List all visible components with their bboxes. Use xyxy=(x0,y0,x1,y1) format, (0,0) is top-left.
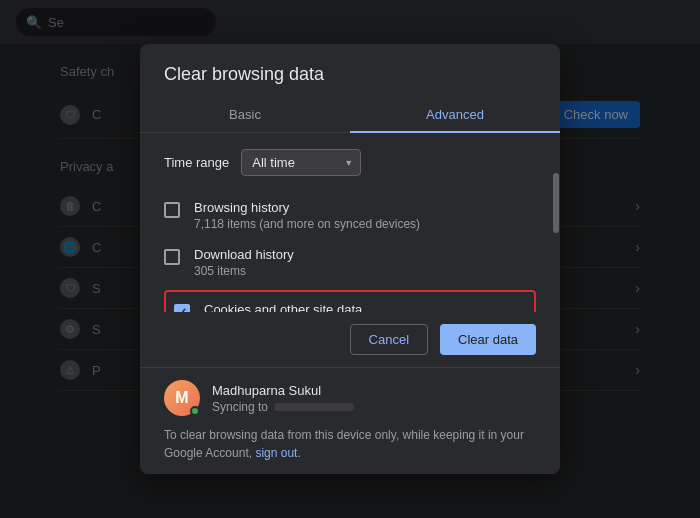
user-name: Madhuparna Sukul xyxy=(212,383,536,398)
dialog-tabs: Basic Advanced xyxy=(140,97,560,133)
time-range-label: Time range xyxy=(164,155,229,170)
tab-advanced[interactable]: Advanced xyxy=(350,97,560,132)
scrollbar[interactable] xyxy=(552,133,560,312)
cookies-title: Cookies and other site data xyxy=(204,302,526,312)
time-range-row: Time range All time Last hour Last 24 ho… xyxy=(164,149,536,176)
download-history-title: Download history xyxy=(194,247,536,262)
time-range-select[interactable]: All time Last hour Last 24 hours Last 7 … xyxy=(241,149,361,176)
clear-browsing-data-dialog: Clear browsing data Basic Advanced Time … xyxy=(140,44,560,474)
cancel-button[interactable]: Cancel xyxy=(350,324,428,355)
user-info: Madhuparna Sukul Syncing to xyxy=(212,383,536,414)
browsing-history-desc: 7,118 items (and more on synced devices) xyxy=(194,217,536,231)
avatar: M xyxy=(164,380,200,416)
cookies-checkbox[interactable] xyxy=(174,304,190,312)
dialog-overlay: Clear browsing data Basic Advanced Time … xyxy=(0,0,700,518)
clear-data-button[interactable]: Clear data xyxy=(440,324,536,355)
checkbox-cookies: Cookies and other site data From 293 sit… xyxy=(166,294,534,312)
scrollbar-thumb xyxy=(553,173,559,233)
checkbox-browsing-history: Browsing history 7,118 items (and more o… xyxy=(164,192,536,239)
sync-text: Syncing to xyxy=(212,400,268,414)
dialog-title: Clear browsing data xyxy=(140,44,560,85)
user-section: M Madhuparna Sukul Syncing to To clear b… xyxy=(140,367,560,474)
download-history-checkbox[interactable] xyxy=(164,249,180,265)
browsing-history-checkbox-wrapper[interactable] xyxy=(164,202,180,218)
sync-bar xyxy=(274,403,354,411)
browsing-history-title: Browsing history xyxy=(194,200,536,215)
sign-out-link[interactable]: sign out. xyxy=(255,446,300,460)
download-history-desc: 305 items xyxy=(194,264,536,278)
download-history-content: Download history 305 items xyxy=(194,247,536,278)
checkbox-download-history: Download history 305 items xyxy=(164,239,536,286)
dialog-footer: Cancel Clear data xyxy=(140,312,560,367)
user-sync-row: Syncing to xyxy=(212,400,536,414)
browsing-history-content: Browsing history 7,118 items (and more o… xyxy=(194,200,536,231)
tab-basic[interactable]: Basic xyxy=(140,97,350,132)
cookies-checkbox-wrapper[interactable] xyxy=(174,304,190,312)
online-indicator xyxy=(190,406,200,416)
user-row: M Madhuparna Sukul Syncing to xyxy=(164,380,536,416)
dialog-body: Time range All time Last hour Last 24 ho… xyxy=(140,133,560,312)
time-range-select-wrapper[interactable]: All time Last hour Last 24 hours Last 7 … xyxy=(241,149,361,176)
cookies-content: Cookies and other site data From 293 sit… xyxy=(204,302,526,312)
avatar-letter: M xyxy=(175,389,188,407)
dialog-note-text: To clear browsing data from this device … xyxy=(164,428,524,460)
highlighted-checkbox-group: Cookies and other site data From 293 sit… xyxy=(164,290,536,312)
dialog-note: To clear browsing data from this device … xyxy=(164,426,536,462)
download-history-checkbox-wrapper[interactable] xyxy=(164,249,180,265)
browsing-history-checkbox[interactable] xyxy=(164,202,180,218)
